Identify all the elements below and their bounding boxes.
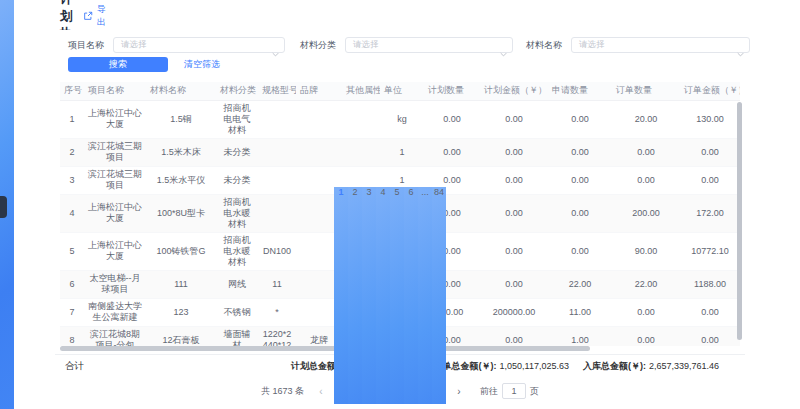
table-cell: 0.00 <box>480 100 548 138</box>
table-cell: 11.00 <box>548 298 612 326</box>
table-row: 2滨江花城三期项目1.5米木床未分类10.000.000.000.000.00 <box>60 138 740 166</box>
chevron-down-icon <box>737 43 744 61</box>
table-cell: 12石膏板 <box>146 326 216 346</box>
table-cell: 0.00 <box>480 326 548 346</box>
prev-page-button[interactable]: ‹ <box>315 386 327 397</box>
table-cell <box>258 138 296 166</box>
table-cell: 172.00 <box>680 194 740 232</box>
table-cell: 未分类 <box>216 138 258 166</box>
table-cell: * <box>258 298 296 326</box>
table-cell: 100铸铁管G <box>146 232 216 270</box>
table-cell: 0.00 <box>680 166 740 194</box>
table-cell: 0.00 <box>612 326 680 346</box>
column-header: 其他属性 <box>342 82 380 100</box>
total-count: 共 1673 条 <box>261 385 304 398</box>
table-cell: 0.00 <box>548 138 612 166</box>
project-name-label: 项目名称 <box>68 39 104 52</box>
table-cell: 0.00 <box>680 138 740 166</box>
column-header: 订单数量 <box>612 82 680 100</box>
material-name-label: 材料名称 <box>526 39 562 52</box>
table-cell: kg <box>380 100 424 138</box>
total-value: 1,050,117,025.63 <box>500 361 569 371</box>
page-number[interactable]: 2 <box>348 187 362 405</box>
table-cell: 22.00 <box>548 270 612 298</box>
page-list: 123456...84 <box>334 187 446 405</box>
table-cell: 1.00 <box>548 326 612 346</box>
table-cell: 5 <box>60 232 84 270</box>
total-item: 入库总金额(￥):2,657,339,761.46 <box>583 360 719 373</box>
goto-suffix: 页 <box>530 385 539 398</box>
table-cell: 4 <box>60 194 84 232</box>
table-cell: 太空电梯--月球项目 <box>84 270 146 298</box>
goto-page-input[interactable] <box>502 383 526 399</box>
page: 材料计划执行表 导出 项目名称 请选择 材料分类 <box>0 0 14 409</box>
page-number[interactable]: 1 <box>334 187 348 405</box>
next-page-button[interactable]: › <box>453 386 465 397</box>
table-cell <box>258 194 296 232</box>
column-header: 单位 <box>380 82 424 100</box>
table-cell <box>342 100 380 138</box>
table-cell: 200000.00 <box>480 298 548 326</box>
filter-project-name: 项目名称 请选择 <box>68 37 300 53</box>
table-cell <box>296 138 342 166</box>
material-name-select[interactable]: 请选择 <box>571 37 750 53</box>
table-cell: 0.00 <box>424 100 480 138</box>
chevron-down-icon <box>272 43 279 61</box>
goto-page: 前往 页 <box>480 383 539 399</box>
table-cell: 200.00 <box>612 194 680 232</box>
table-cell <box>258 100 296 138</box>
table-cell: 1.5铜 <box>146 100 216 138</box>
table-cell: 130.00 <box>680 100 740 138</box>
table-cell: 1 <box>380 138 424 166</box>
table-cell: 滨江花城三期项目 <box>84 138 146 166</box>
table-cell: 招商机电电气材料 <box>216 100 258 138</box>
clear-filter-link[interactable]: 清空筛选 <box>184 58 220 71</box>
table-cell: 0.00 <box>548 232 612 270</box>
table-cell: 未分类 <box>216 166 258 194</box>
table-cell <box>342 138 380 166</box>
filter-material-category: 材料分类 请选择 <box>300 37 526 53</box>
column-header: 序号 <box>60 82 84 100</box>
table-cell: 0.00 <box>612 138 680 166</box>
table-cell: 22.00 <box>612 270 680 298</box>
table-cell: 3 <box>60 166 84 194</box>
table-cell: 招商机电水暖材料 <box>216 194 258 232</box>
table-cell: 招商机电水暖材料 <box>216 232 258 270</box>
table-cell: 0.00 <box>680 298 740 326</box>
table-cell: 0.00 <box>480 166 548 194</box>
table-cell: 100*8U型卡 <box>146 194 216 232</box>
table-cell: 8 <box>60 326 84 346</box>
table-cell: 1 <box>60 100 84 138</box>
table-cell: 6 <box>60 270 84 298</box>
table-cell: 上海松江中心大厦 <box>84 232 146 270</box>
search-button[interactable]: 搜索 <box>68 57 168 72</box>
page-number[interactable]: 84 <box>432 187 446 405</box>
table-cell: 墙面辅材 <box>216 326 258 346</box>
page-number[interactable]: 3 <box>362 187 376 405</box>
column-header: 品牌 <box>296 82 342 100</box>
table-cell: 0.00 <box>480 270 548 298</box>
sidebar-toggle[interactable] <box>0 196 7 218</box>
material-category-select[interactable]: 请选择 <box>345 37 513 53</box>
page-number[interactable]: 6 <box>404 187 418 405</box>
vertical-scrollbar[interactable] <box>737 102 742 340</box>
column-header: 材料名称 <box>146 82 216 100</box>
project-name-select[interactable]: 请选择 <box>113 37 285 53</box>
total-label: 入库总金额(￥): <box>583 361 646 371</box>
horizontal-scrollbar-thumb[interactable] <box>60 346 590 351</box>
page-number[interactable]: 4 <box>376 187 390 405</box>
table-cell: 滨江花城三期项目 <box>84 166 146 194</box>
table-cell: 111 <box>146 270 216 298</box>
column-header: 计划数量 <box>424 82 480 100</box>
table-cell: 网线 <box>216 270 258 298</box>
total-value: 2,657,339,761.46 <box>649 361 719 371</box>
page-number[interactable]: 5 <box>390 187 404 405</box>
filter-panel: 项目名称 请选择 材料分类 请选择 材料名称 <box>55 30 745 75</box>
table-cell: 20.00 <box>612 100 680 138</box>
table-cell: 0.00 <box>548 194 612 232</box>
summary-label: 合计 <box>65 360 84 373</box>
table-cell: 1220*2440*12 <box>258 326 296 346</box>
table-cell: 0.00 <box>612 298 680 326</box>
table-cell: 0.00 <box>548 100 612 138</box>
export-button[interactable]: 导出 <box>73 0 116 33</box>
